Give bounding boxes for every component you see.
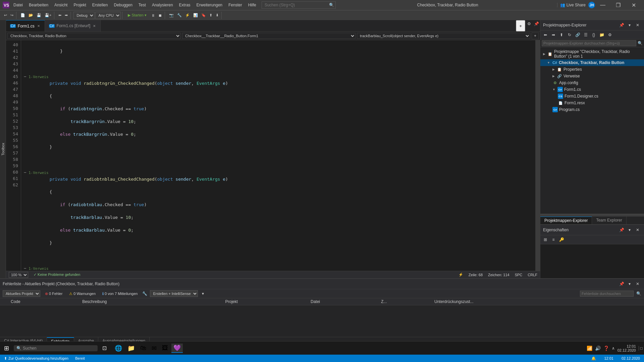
start-menu-button[interactable]: ⊞ [1, 343, 12, 353]
save-button[interactable]: 💾 [35, 12, 43, 19]
add-method-button[interactable]: + [532, 33, 539, 39]
tray-network[interactable]: 📶 [587, 346, 592, 351]
props-sort-btn[interactable]: 🔑 [558, 236, 565, 243]
title-search-input[interactable] [262, 2, 329, 8]
menu-erstellen[interactable]: Erstellen [90, 1, 111, 9]
sol-view-button[interactable]: {} [590, 31, 597, 39]
tray-up[interactable]: ∧ [612, 346, 615, 351]
editor-vertical-scrollbar[interactable] [535, 40, 540, 271]
cpu-config-dropdown[interactable]: Any CPU [95, 12, 121, 19]
props-close-button[interactable]: ✕ [634, 226, 641, 234]
zoom-dropdown[interactable]: 100 % [9, 272, 28, 278]
menu-fenster[interactable]: Fenster [226, 1, 245, 9]
tray-help[interactable]: ❓ [603, 346, 609, 351]
taskbar-edge[interactable]: 🌐 [113, 344, 124, 353]
sol-toolbar-btn2[interactable]: ➡ [550, 31, 557, 39]
taskbar-vs[interactable]: 💜 [171, 344, 183, 353]
start-button[interactable]: ▶ Starten ▾ [125, 12, 149, 19]
menu-test[interactable]: Test [136, 1, 149, 9]
tree-verweise[interactable]: ▶ 🔗 Verweise [540, 73, 644, 79]
message-count-badge[interactable]: ℹ 0 von 7 Mitteilungen [100, 291, 140, 297]
menu-bearbeiten[interactable]: Bearbeiten [26, 1, 51, 9]
clock-widget[interactable]: 12:01 02.12.2020 [618, 344, 636, 352]
undo-button[interactable]: ↩ [3, 12, 8, 19]
fold-56[interactable]: − [24, 265, 29, 271]
sol-refresh-button[interactable]: ↻ [566, 31, 573, 39]
col-unterdrueckung[interactable]: Unterdrückungszust... [432, 298, 644, 305]
sol-folder-button[interactable]: 📁 [598, 31, 605, 39]
sol-menu-button[interactable]: ▾ [626, 21, 633, 29]
fold-42[interactable]: − [24, 73, 29, 80]
status-notification[interactable]: 🔔 [590, 356, 597, 361]
status-git-branch[interactable]: ⬆ Zur Quellcodeverwaltung hinzufügen [3, 356, 70, 361]
taskbar-search[interactable]: 🔍 Suchen [14, 345, 98, 351]
forward-button[interactable]: ➡ [63, 12, 69, 19]
error-list-close-btn[interactable]: ✕ [634, 280, 641, 288]
warning-count-badge[interactable]: ⚠ 0 Warnungen [67, 291, 98, 297]
tab-form1-cs-close[interactable]: ✕ [37, 24, 41, 28]
col-zeile[interactable]: Z... [378, 298, 432, 305]
tree-program-cs[interactable]: C# Program.cs [540, 106, 644, 113]
tab-team-explorer[interactable]: Team Explorer [592, 217, 626, 224]
user-avatar[interactable]: JH [588, 2, 595, 8]
live-share-button[interactable]: 👥 Live Share [557, 3, 588, 7]
tab-form1-cs[interactable]: C# Form1.cs ✕ [6, 20, 45, 32]
menu-datei[interactable]: Datei [11, 1, 25, 9]
tool-btn-6[interactable]: ⬆ [208, 12, 214, 19]
tool-btn-2[interactable]: 🔧 [176, 12, 183, 19]
tab-form1-design[interactable]: C# Form1.cs [Entwurf] ✕ [45, 20, 101, 32]
fold-49[interactable]: − [24, 169, 29, 176]
sol-sync-button[interactable]: 🔗 [574, 31, 581, 39]
maximize-button[interactable]: ❐ [610, 0, 626, 10]
tool-btn-1[interactable]: 📷 [168, 12, 175, 19]
menu-analysieren[interactable]: Analysieren [149, 1, 176, 9]
col-projekt[interactable]: Projekt [223, 298, 308, 305]
show-desktop-btn[interactable]: □ [639, 346, 643, 351]
code-editor[interactable]: 4041424344 4546474849 5051525354 5556575… [6, 40, 540, 271]
tool-btn-4[interactable]: 📊 [192, 12, 199, 19]
menu-ansicht[interactable]: Ansicht [52, 1, 70, 9]
error-filter-dropdown[interactable]: Aktuelles Projekt [3, 290, 40, 297]
task-view-button[interactable]: ⊡ [100, 344, 109, 353]
redo-button[interactable]: ↪ [9, 12, 15, 19]
editor-pin-btn[interactable]: 📌 [533, 20, 540, 27]
namespace-dropdown[interactable]: Checkbox__Trackbar__Radio_Button.Form1 [182, 33, 356, 39]
sol-filter-button[interactable]: ☰ [582, 31, 589, 39]
minimize-button[interactable]: — [595, 0, 610, 10]
open-file-button[interactable]: 📂 [27, 12, 35, 19]
sol-pin-button[interactable]: 📌 [618, 21, 625, 29]
build-filter-btn[interactable]: ▾ [199, 290, 207, 297]
build-filter-dropdown[interactable]: Erstellen + IntelliSense [150, 290, 198, 297]
tool-btn-3[interactable]: ⚡ [184, 12, 191, 19]
new-file-button[interactable]: 📄 [19, 12, 26, 19]
tree-app-config[interactable]: ⚙ App.config [540, 79, 644, 86]
col-code[interactable]: Code [8, 298, 79, 305]
tree-form1-resx[interactable]: 📄 Form1.resx [540, 100, 644, 106]
props-category-btn[interactable]: ≡ [550, 236, 557, 243]
project-item[interactable]: ▼ C# Checkbox, Trackbar, Radio Button [540, 59, 644, 66]
menu-hilfe[interactable]: Hilfe [246, 1, 259, 9]
back-button[interactable]: ⬅ [57, 12, 63, 19]
menu-extras[interactable]: Extras [176, 1, 193, 9]
col-datei[interactable]: Datei [308, 298, 378, 305]
menu-projekt[interactable]: Projekt [71, 1, 89, 9]
taskbar-photos[interactable]: 🖼 [160, 344, 170, 352]
taskbar-store[interactable]: 🛍 [138, 344, 148, 352]
close-button[interactable]: ✕ [626, 0, 641, 10]
menu-debuggen[interactable]: Debuggen [111, 1, 135, 9]
solution-horizontal-scrollbar[interactable] [540, 214, 644, 217]
taskbar-explorer[interactable]: 📁 [125, 344, 137, 353]
sol-close-button[interactable]: ✕ [634, 21, 641, 29]
tool-btn-5[interactable]: 🔖 [200, 12, 207, 19]
props-menu-button[interactable]: ▾ [626, 226, 633, 234]
tray-volume[interactable]: 🔊 [595, 346, 601, 351]
editor-settings-btn[interactable]: ⚙ [525, 20, 533, 27]
props-pin-button[interactable]: 📌 [618, 226, 625, 234]
props-grid-view-btn[interactable]: ⊞ [542, 236, 549, 243]
tree-form1-cs[interactable]: ▼ C# Form1.cs [540, 86, 644, 93]
pause-button[interactable]: ⏸ [150, 12, 156, 19]
save-all-button[interactable]: 💾+ [43, 12, 53, 19]
tree-properties[interactable]: ▶ 📋 Properties [540, 66, 644, 73]
solution-search-input[interactable] [542, 40, 636, 46]
error-search-input[interactable] [580, 291, 634, 297]
